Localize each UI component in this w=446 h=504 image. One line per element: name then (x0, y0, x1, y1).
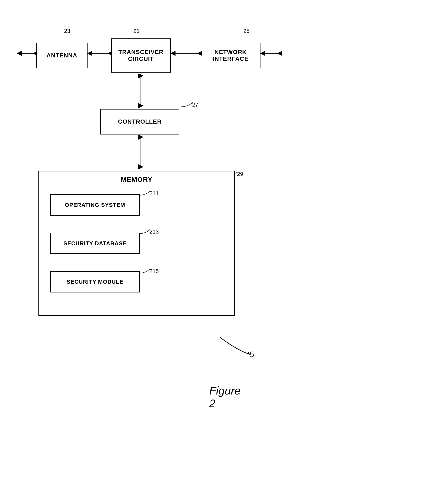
security-module-box: SECURITY MODULE (50, 271, 140, 292)
transceiver-network-arrow (171, 50, 202, 56)
security-database-box: SECURITY DATABASE (50, 233, 140, 254)
left-antenna-arrow (17, 50, 37, 56)
operating-system-box: OPERATING SYSTEM (50, 194, 140, 216)
diagram-container: 23 21 25 ANTENNA TRANSCEIVER CIRCUIT NET… (17, 17, 423, 465)
ref-25: 25 (243, 28, 250, 34)
ref-21: 21 (133, 28, 140, 34)
antenna-box: ANTENNA (36, 43, 88, 68)
transceiver-box: TRANSCEIVER CIRCUIT (111, 38, 171, 72)
controller-memory-arrow (138, 135, 144, 169)
figure-5-arrow (209, 333, 256, 359)
network-interface-box: NETWORK INTERFACE (201, 43, 260, 68)
transceiver-controller-arrow (138, 74, 144, 108)
ref-23: 23 (64, 28, 70, 34)
antenna-transceiver-arrow (88, 50, 112, 56)
ref-27-curve (178, 100, 195, 109)
svg-marker-6 (247, 352, 250, 354)
right-network-arrow (260, 50, 282, 56)
controller-box: CONTROLLER (100, 109, 179, 134)
ref-5: 5 (250, 350, 254, 359)
